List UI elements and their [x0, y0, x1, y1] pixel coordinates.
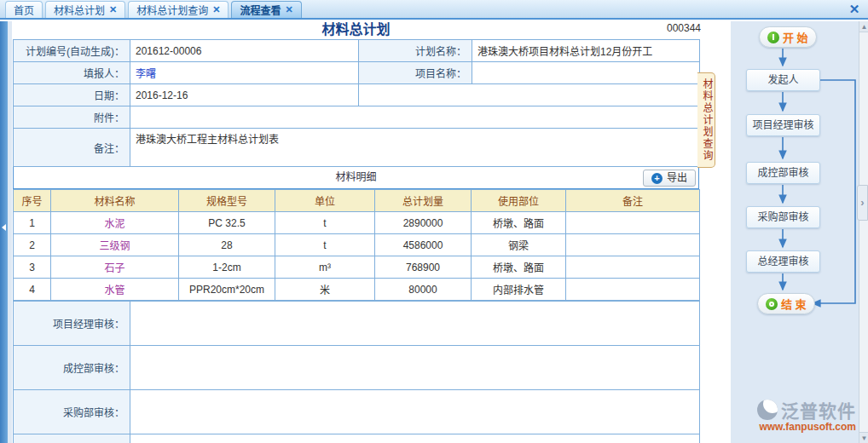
end-icon	[766, 298, 778, 310]
review-value	[130, 346, 700, 390]
scroll-down-icon[interactable]: ▼	[859, 432, 868, 443]
review-value	[130, 390, 700, 434]
col-header: 总计划量	[375, 190, 472, 212]
app-window: 首页 材料总计划 ✕ 材料总计划查询 ✕ 流程查看 ✕ ✕ 材料总计划 0003…	[0, 0, 868, 443]
project-name-value	[472, 62, 700, 84]
review-value	[130, 302, 700, 346]
tab-material-plan[interactable]: 材料总计划 ✕	[45, 1, 125, 18]
table-row: 3 石子 1-2cm m³ 768900 桥墩、路面	[14, 256, 700, 279]
form-area: 材料总计划 000344 计划编号(自动生成)： 201612-00006 计划…	[13, 21, 699, 443]
project-name-label: 项目名称：	[359, 62, 472, 84]
spec-cell: 28	[179, 234, 275, 256]
location-cell: 钢梁	[472, 234, 566, 256]
empty-cell	[359, 84, 700, 106]
unit-cell: t	[275, 212, 375, 234]
date-value: 2016-12-16	[130, 84, 359, 106]
brand-url: www.fanpusoft.com	[757, 421, 856, 433]
export-label: 导出	[667, 170, 687, 186]
export-button[interactable]: + 导出	[643, 170, 696, 187]
row-no: 3	[14, 256, 51, 279]
col-header: 序号	[14, 190, 51, 212]
workflow-panel: 开 始 发起人 项目经理审核 成控部审核 采购部审核 总经理审核 结 束 泛普软…	[731, 21, 868, 443]
col-header: 使用部位	[472, 190, 566, 212]
review-row: 成控部审核：	[14, 346, 700, 390]
plan-name-value: 港珠澳大桥项目材料总计划12月份开工	[472, 40, 700, 62]
table-header-row: 序号 材料名称 规格型号 单位 总计划量 使用部位 备注	[14, 190, 700, 212]
unit-cell: t	[275, 234, 375, 256]
qty-cell: 4586000	[375, 234, 472, 256]
plan-info-table: 计划编号(自动生成)： 201612-00006 计划名称： 港珠澳大桥项目材料…	[13, 39, 700, 167]
attachment-value	[130, 106, 700, 129]
review-row: 项目经理审核：	[14, 302, 700, 346]
workflow-node-project-manager-review[interactable]: 项目经理审核	[746, 114, 820, 136]
remark-value: 港珠澳大桥工程主材料总计划表	[130, 129, 700, 167]
material-name-link[interactable]: 三级钢	[99, 240, 130, 252]
close-icon[interactable]: ✕	[846, 2, 863, 17]
review-label: 采购部审核：	[14, 390, 130, 434]
workflow-scrollbar[interactable]: ▲ ▼	[859, 21, 868, 443]
brand-logo-icon	[757, 400, 778, 420]
material-detail-title: 材料明细	[335, 171, 376, 183]
col-header: 备注	[566, 190, 700, 212]
unit-cell: 米	[275, 279, 375, 301]
close-icon[interactable]: ✕	[286, 5, 293, 14]
row-no: 4	[14, 279, 51, 301]
sidebar-collapse-strip[interactable]	[0, 21, 8, 443]
material-name-link[interactable]: 水管	[104, 285, 124, 296]
plan-no-value: 201612-00006	[130, 40, 359, 62]
review-label: 项目经理审核：	[14, 302, 130, 346]
location-cell: 桥墩、路面	[472, 256, 566, 279]
scroll-up-icon[interactable]: ▲	[859, 21, 868, 32]
close-icon[interactable]: ✕	[109, 5, 117, 14]
tab-process-view[interactable]: 流程查看 ✕	[231, 1, 301, 18]
panel-splitter-handle[interactable]: ›	[857, 185, 868, 221]
remark-cell	[566, 279, 700, 301]
spec-cell: PC 32.5	[179, 212, 275, 234]
review-table: 项目经理审核： 成控部审核： 采购部审核： 总经理审核：	[13, 301, 700, 443]
workflow-start-node[interactable]: 开 始	[759, 26, 817, 48]
col-header: 材料名称	[51, 190, 179, 212]
plan-no-label: 计划编号(自动生成)：	[14, 40, 130, 62]
spec-cell: 1-2cm	[179, 256, 275, 279]
doc-number: 000344	[667, 22, 701, 34]
row-no: 2	[14, 234, 51, 256]
workflow-node-purchasing-review[interactable]: 采购部审核	[746, 206, 820, 228]
reporter-link[interactable]: 李曙	[136, 68, 156, 80]
workflow-node-cost-control-review[interactable]: 成控部审核	[746, 162, 820, 184]
close-icon[interactable]: ✕	[212, 5, 220, 14]
tab-bar: 首页 材料总计划 ✕ 材料总计划查询 ✕ 流程查看 ✕ ✕	[0, 0, 868, 20]
col-header: 规格型号	[179, 190, 275, 212]
workflow-node-initiator[interactable]: 发起人	[746, 69, 820, 91]
qty-cell: 768900	[375, 256, 472, 279]
reporter-label: 填报人：	[14, 62, 130, 84]
page-title: 材料总计划	[13, 21, 699, 39]
qty-cell: 2890000	[375, 212, 472, 234]
review-label: 成控部审核：	[14, 346, 130, 390]
workflow-node-general-manager-review[interactable]: 总经理审核	[746, 250, 820, 273]
qty-cell: 80000	[375, 279, 472, 301]
row-no: 1	[14, 212, 51, 234]
start-label: 开 始	[783, 29, 808, 45]
side-tab-material-plan-query[interactable]: 材料总计划查询	[697, 72, 715, 168]
brand-footer: 泛普软件 www.fanpusoft.com	[757, 397, 856, 433]
tab-material-plan-query[interactable]: 材料总计划查询 ✕	[128, 1, 229, 18]
sidebar-gutter	[8, 21, 12, 443]
tab-label: 材料总计划查询	[136, 3, 208, 17]
collapse-left-icon	[2, 224, 6, 231]
review-row: 采购部审核：	[14, 390, 700, 434]
spec-cell: PPR20cm*20cm	[179, 279, 275, 301]
review-value	[130, 434, 700, 443]
attachment-label: 附件：	[14, 106, 130, 129]
material-name-link[interactable]: 石子	[104, 262, 124, 274]
remark-cell	[566, 256, 700, 279]
tab-home[interactable]: 首页	[5, 1, 43, 18]
material-detail-bar: 材料明细 + 导出	[13, 167, 699, 189]
material-name-link[interactable]: 水泥	[104, 218, 124, 230]
unit-cell: m³	[275, 256, 375, 279]
workflow-end-node[interactable]: 结 束	[757, 293, 815, 314]
date-label: 日期：	[14, 84, 130, 106]
start-icon	[767, 32, 779, 43]
col-header: 单位	[275, 190, 375, 212]
tab-label: 材料总计划	[54, 3, 105, 17]
table-row: 4 水管 PPR20cm*20cm 米 80000 内部排水管	[14, 279, 700, 301]
